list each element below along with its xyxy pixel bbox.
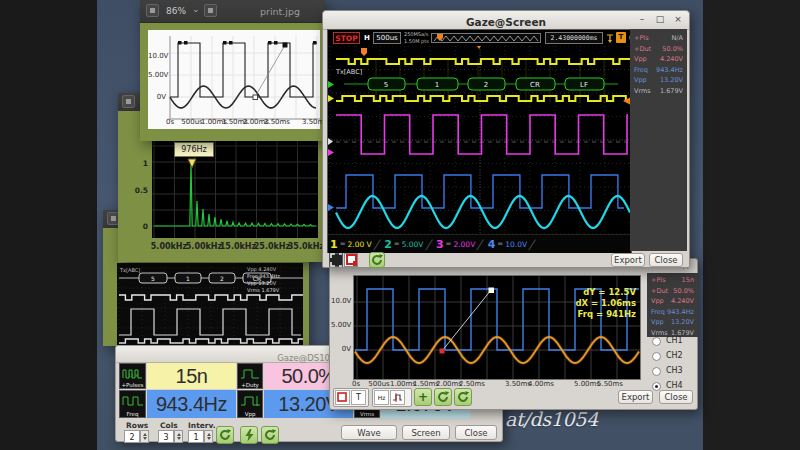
fft-peak-tooltip: 976Hz bbox=[174, 142, 214, 157]
cursor-handle-start[interactable] bbox=[440, 349, 445, 354]
zoom-out-button[interactable] bbox=[146, 4, 159, 17]
interv-input[interactable]: 1 bbox=[188, 430, 204, 443]
radio-ch4-label[interactable]: CH4 bbox=[666, 381, 683, 390]
window-print-preview: 86% ⌄ print.jpg bbox=[140, 0, 325, 141]
region-capture-icon[interactable] bbox=[344, 253, 358, 267]
svg-text:Vrms 1.679V: Vrms 1.679V bbox=[247, 287, 280, 293]
radio-ch3[interactable] bbox=[652, 367, 661, 376]
text-cursor-icon[interactable]: T bbox=[351, 390, 366, 405]
screen-button[interactable]: Screen bbox=[402, 425, 450, 440]
pulses-icon[interactable]: 12 8 +Pulses bbox=[119, 363, 146, 389]
minimize-icon[interactable]: – bbox=[635, 14, 649, 26]
window-title: Gaze@Screen bbox=[466, 16, 546, 28]
duty-icon[interactable]: +Duty bbox=[237, 363, 263, 389]
radio-ch3-label[interactable]: CH3 bbox=[666, 366, 683, 375]
window-scope-screen: Gaze@Screen – □ × STOP H 500us 250MSa/s … bbox=[322, 10, 690, 268]
ch3-scale: 2.00V bbox=[453, 240, 475, 249]
window-wave-viewer: × dY = 12.5V dX = 1.06ms Frq = 941Hz 10.… bbox=[329, 258, 698, 410]
grayscale-scope-image: Tx[ABC] 5 1 2 CR Vpp 4.240V Freq 943.4Hz… bbox=[117, 263, 303, 346]
ch1-number[interactable]: 1 bbox=[330, 238, 338, 251]
hz-tool-icon[interactable]: Hz bbox=[374, 390, 389, 405]
cursor-line[interactable] bbox=[442, 290, 491, 351]
cols-stepper[interactable] bbox=[174, 430, 183, 443]
timeline-scrollbar[interactable] bbox=[431, 33, 541, 43]
cursor-readout: dY = 12.5V dX = 1.06ms Frq = 941Hz bbox=[530, 287, 636, 320]
single-refresh-button[interactable] bbox=[261, 426, 279, 444]
window-menu-icon[interactable] bbox=[122, 95, 135, 108]
cols-label: Cols bbox=[160, 421, 178, 430]
y-tick: 0 bbox=[126, 222, 148, 231]
x-tick: 5.50ms bbox=[595, 380, 625, 388]
y-tick: 10.0V bbox=[331, 297, 351, 305]
tile-pulses-value[interactable]: 15n bbox=[147, 363, 236, 389]
print-titlebar[interactable]: 86% ⌄ print.jpg bbox=[140, 0, 325, 23]
close-button[interactable]: Close bbox=[649, 253, 683, 267]
cursor-freq: Frq = 941Hz bbox=[530, 309, 636, 320]
zoom-in-button[interactable] bbox=[204, 4, 217, 17]
radio-ch2-label[interactable]: CH2 bbox=[666, 351, 683, 360]
trigger-offset: 2.43000000ms bbox=[545, 32, 603, 44]
cursor-handle-end[interactable] bbox=[489, 288, 495, 294]
radio-ch2[interactable] bbox=[652, 352, 661, 361]
interv-stepper[interactable] bbox=[204, 430, 213, 443]
interv-label: Interv. bbox=[188, 421, 216, 430]
scope-toolbar: Export Close bbox=[323, 251, 689, 269]
svg-text:Freq 943.4Hz: Freq 943.4Hz bbox=[247, 273, 280, 280]
timeline-position-marker bbox=[437, 34, 443, 41]
export-button[interactable]: Export bbox=[611, 253, 645, 267]
scope-screen-image: STOP H 500us 250MSa/s 1.50M pts 2.430000… bbox=[327, 29, 632, 253]
rows-stepper[interactable] bbox=[140, 430, 149, 443]
svg-text:Vpp 4.240V: Vpp 4.240V bbox=[247, 266, 277, 273]
memory-depth: 1.50M pts bbox=[404, 38, 429, 44]
refresh-button[interactable] bbox=[216, 426, 234, 444]
x-tick: 35.0kHz bbox=[286, 242, 326, 251]
cursor-handle-end[interactable] bbox=[283, 43, 288, 48]
fullscreen-icon[interactable] bbox=[329, 253, 343, 267]
trigger-tool-icon[interactable] bbox=[390, 390, 405, 405]
refresh-button[interactable] bbox=[434, 388, 452, 406]
close-button[interactable]: Close bbox=[659, 390, 693, 404]
y-tick: 5.00V bbox=[148, 71, 166, 79]
tile-freq-value[interactable]: 943.4Hz bbox=[147, 390, 236, 418]
wave-button[interactable]: Wave bbox=[341, 425, 397, 440]
close-button[interactable]: Close bbox=[455, 425, 497, 440]
cols-input[interactable]: 3 bbox=[158, 430, 174, 443]
export-button[interactable]: Export bbox=[618, 390, 653, 404]
trigger-icon bbox=[606, 33, 614, 44]
grayscale-measurements: Vpp 4.240V Freq 943.4Hz Vpp 13.20V Vrms … bbox=[247, 266, 280, 293]
x-tick: 0s bbox=[162, 118, 178, 126]
ch4-number[interactable]: 4 bbox=[488, 238, 496, 251]
trigger-source-badge: T bbox=[616, 32, 626, 43]
svg-text:Vpp 13.20V: Vpp 13.20V bbox=[247, 280, 277, 287]
rows-input[interactable]: 2 bbox=[124, 430, 140, 443]
radio-ch1-label[interactable]: CH1 bbox=[666, 336, 683, 345]
svg-text:CR: CR bbox=[530, 81, 540, 89]
radio-ch1[interactable] bbox=[652, 337, 661, 346]
x-tick: 5.00kHz bbox=[149, 242, 189, 251]
y-tick: 5.00V bbox=[331, 321, 351, 329]
refresh-button[interactable] bbox=[369, 252, 385, 268]
bus-decode-label: Tx[ABC] bbox=[119, 267, 140, 273]
vpp-icon[interactable]: Vpp bbox=[237, 390, 263, 418]
freq-icon[interactable]: Freq bbox=[119, 390, 146, 418]
ch3-number[interactable]: 3 bbox=[436, 238, 444, 251]
bus-frame-label: 5 bbox=[151, 275, 155, 282]
box-cursor-icon[interactable] bbox=[335, 390, 350, 405]
bus-frame-label: 2 bbox=[220, 275, 224, 282]
svg-text:5: 5 bbox=[384, 81, 388, 89]
close-icon[interactable]: × bbox=[671, 14, 685, 26]
maximize-icon[interactable]: □ bbox=[653, 14, 667, 26]
measure-tool-group: Hz bbox=[372, 388, 412, 407]
scope-titlebar[interactable]: Gaze@Screen – □ × bbox=[323, 11, 689, 30]
auto-refresh-button[interactable] bbox=[240, 426, 258, 444]
ch2-number[interactable]: 2 bbox=[384, 238, 392, 251]
chevron-down-icon[interactable]: ⌄ bbox=[192, 4, 200, 14]
zoom-level[interactable]: 86% bbox=[166, 6, 186, 16]
svg-text:1: 1 bbox=[435, 81, 439, 89]
cursor-handle-start[interactable] bbox=[253, 95, 258, 100]
letterbox-right bbox=[703, 0, 800, 450]
ch1-scale: 2.00 V bbox=[348, 240, 372, 249]
add-button[interactable]: + bbox=[414, 388, 432, 406]
print-plot-panel: 10.0V 5.00V 0V 0s 500us 1.00ms 1.50ms 2.… bbox=[148, 30, 320, 129]
single-refresh-button[interactable] bbox=[454, 388, 472, 406]
